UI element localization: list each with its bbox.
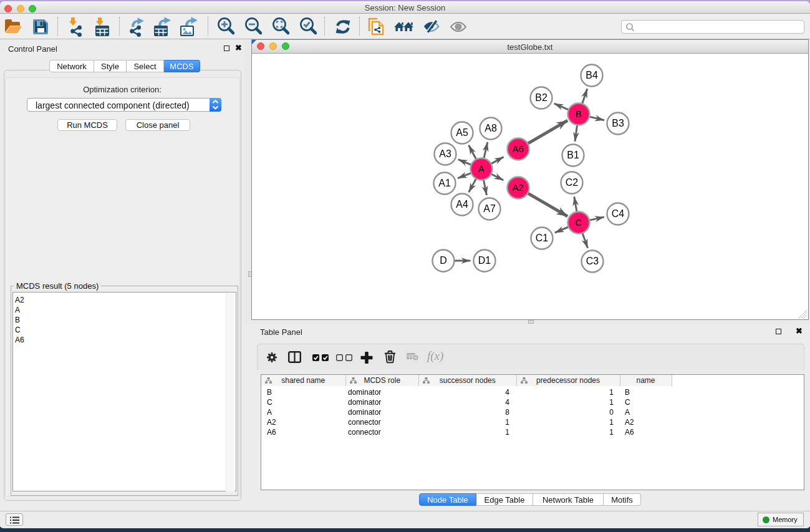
svg-text:A6: A6 (513, 143, 524, 154)
svg-text:A5: A5 (456, 127, 468, 138)
svg-text:C4: C4 (612, 208, 625, 219)
svg-text:B4: B4 (586, 70, 598, 80)
svg-text:B3: B3 (612, 118, 624, 128)
svg-text:D: D (440, 255, 447, 266)
svg-text:C: C (576, 217, 582, 228)
svg-text:B2: B2 (535, 92, 547, 103)
svg-text:A7: A7 (483, 203, 496, 214)
svg-text:A3: A3 (439, 148, 451, 159)
svg-text:C2: C2 (566, 177, 579, 188)
svg-text:A8: A8 (485, 123, 497, 133)
svg-text:B: B (576, 109, 582, 119)
svg-text:A2: A2 (513, 182, 524, 193)
svg-text:C3: C3 (586, 256, 599, 266)
svg-text:A4: A4 (456, 199, 468, 210)
svg-text:D1: D1 (478, 255, 491, 266)
svg-text:A1: A1 (438, 178, 451, 188)
svg-text:C1: C1 (536, 233, 549, 243)
svg-text:A: A (478, 163, 485, 174)
svg-text:B1: B1 (567, 150, 579, 160)
